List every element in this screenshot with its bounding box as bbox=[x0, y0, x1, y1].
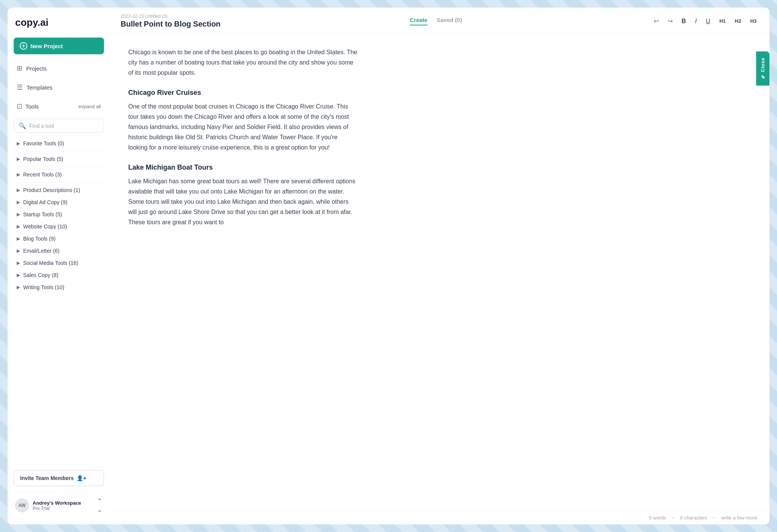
plus-icon: + bbox=[20, 42, 27, 50]
chevron-icon: ▶ bbox=[17, 187, 20, 193]
favorite-tools-label: Favorite Tools (0) bbox=[23, 140, 64, 146]
write-hint: write a few more bbox=[720, 515, 759, 521]
invite-icon: 👤+ bbox=[77, 475, 86, 481]
chevron-icon: ▶ bbox=[17, 141, 20, 146]
startup-tools-item[interactable]: ▶ Startup Tools (5) bbox=[14, 208, 104, 220]
topbar-tabs: Create Saved (0) bbox=[410, 17, 462, 25]
favorite-tools-group: ▶ Favorite Tools (0) bbox=[14, 137, 104, 151]
sales-copy-label: Sales Copy (8) bbox=[23, 272, 58, 278]
social-media-tools-label: Social Media Tools (16) bbox=[23, 260, 78, 266]
popular-tools-group: ▶ Popular Tools (5) bbox=[14, 153, 104, 167]
invite-label: Invite Team Members bbox=[20, 475, 74, 481]
search-icon: 🔍 bbox=[19, 122, 26, 129]
digital-ad-copy-item[interactable]: ▶ Digital Ad Copy (9) bbox=[14, 196, 104, 208]
new-project-button[interactable]: + New Project bbox=[14, 38, 104, 54]
chevron-icon: ▶ bbox=[17, 172, 20, 177]
product-descriptions-label: Product Descriptions (1) bbox=[23, 187, 80, 193]
divider-1: • bbox=[671, 515, 676, 521]
chevron-icon: ▶ bbox=[17, 285, 20, 290]
paragraph-3: Lake Michigan has some great boat tours … bbox=[128, 176, 357, 228]
italic-button[interactable]: I bbox=[693, 16, 699, 26]
tools-icon: ⊡ bbox=[17, 102, 22, 110]
underline-button[interactable]: U bbox=[704, 16, 713, 26]
tool-search-box: 🔍 bbox=[14, 119, 104, 133]
workspace-text: Andrey's Workspace Pro Trial bbox=[33, 500, 81, 511]
social-media-tools-item[interactable]: ▶ Social Media Tools (16) bbox=[14, 257, 104, 269]
expand-all-button[interactable]: expand all bbox=[79, 104, 101, 109]
close-panel-button[interactable]: ✎ Close bbox=[756, 52, 769, 86]
paragraph-1: Chicago is known to be one of the best p… bbox=[128, 47, 357, 78]
chevron-icon: ▶ bbox=[17, 200, 20, 205]
doc-title: Bullet Point to Blog Section bbox=[121, 20, 220, 28]
chevron-icon: ▶ bbox=[17, 156, 20, 162]
tools-scroll-area: ▶ Favorite Tools (0) ▶ Popular Tools (5)… bbox=[14, 137, 104, 464]
divider-2: • bbox=[712, 515, 717, 521]
chevron-icon: ▶ bbox=[17, 212, 20, 217]
favorite-tools-item[interactable]: ▶ Favorite Tools (0) bbox=[14, 137, 104, 150]
char-count: 0 characters bbox=[679, 515, 709, 521]
h3-button[interactable]: H3 bbox=[748, 17, 759, 25]
email-letter-label: Email/Letter (6) bbox=[23, 248, 60, 254]
workspace-footer: AW Andrey's Workspace Pro Trial ⌃⌄ bbox=[14, 492, 104, 515]
sidebar-item-projects[interactable]: ⊞ Projects bbox=[14, 60, 104, 76]
website-copy-item[interactable]: ▶ Website Copy (10) bbox=[14, 220, 104, 233]
workspace-info: AW Andrey's Workspace Pro Trial bbox=[15, 499, 81, 512]
avatar: AW bbox=[15, 499, 29, 512]
chevron-icon: ▶ bbox=[17, 272, 20, 278]
recent-tools-item[interactable]: ▶ Recent Tools (3) bbox=[14, 168, 104, 181]
close-panel-label: ✎ Close bbox=[760, 58, 766, 80]
popular-tools-label: Popular Tools (5) bbox=[23, 156, 63, 162]
sales-copy-item[interactable]: ▶ Sales Copy (8) bbox=[14, 269, 104, 281]
logo: copy.ai bbox=[14, 17, 104, 28]
redo-button[interactable]: ↪ bbox=[665, 16, 675, 26]
workspace-name: Andrey's Workspace bbox=[33, 500, 81, 506]
chevron-icon: ▶ bbox=[17, 248, 20, 253]
startup-tools-label: Startup Tools (5) bbox=[23, 211, 62, 217]
chevron-icon: ▶ bbox=[17, 224, 20, 229]
website-copy-label: Website Copy (10) bbox=[23, 224, 67, 230]
undo-button[interactable]: ↩ bbox=[651, 16, 661, 26]
main-content: 2022-12-15 Untitled (3) Bullet Point to … bbox=[110, 8, 769, 524]
writing-tools-label: Writing Tools (10) bbox=[23, 284, 64, 290]
heading-1: Chicago River Cruises bbox=[128, 89, 357, 97]
paragraph-2: One of the most popular boat cruises in … bbox=[128, 101, 357, 153]
tab-saved[interactable]: Saved (0) bbox=[437, 17, 462, 25]
chevron-icon: ▶ bbox=[17, 260, 20, 266]
h2-button[interactable]: H2 bbox=[733, 17, 744, 25]
doc-info: 2022-12-15 Untitled (3) Bullet Point to … bbox=[121, 14, 220, 28]
topbar-toolbar: ↩ ↪ B I U H1 H2 H3 bbox=[651, 16, 759, 26]
recent-tools-group: ▶ Recent Tools (3) bbox=[14, 168, 104, 183]
sidebar: copy.ai + New Project ⊞ Projects ☰ Templ… bbox=[8, 8, 110, 524]
heading-2: Lake Michigan Boat Tours bbox=[128, 164, 357, 172]
h1-button[interactable]: H1 bbox=[717, 17, 728, 25]
chevron-icon: ▶ bbox=[17, 236, 20, 241]
tools-label: Tools bbox=[25, 103, 39, 110]
projects-icon: ⊞ bbox=[17, 64, 22, 72]
new-project-label: New Project bbox=[30, 43, 63, 49]
editor-area: Chicago is known to be one of the best p… bbox=[110, 33, 769, 511]
email-letter-item[interactable]: ▶ Email/Letter (6) bbox=[14, 245, 104, 257]
invite-team-members-button[interactable]: Invite Team Members 👤+ bbox=[14, 470, 104, 486]
status-bar: 0 words • 0 characters • write a few mor… bbox=[110, 511, 769, 524]
writing-tools-item[interactable]: ▶ Writing Tools (10) bbox=[14, 281, 104, 293]
digital-ad-copy-label: Digital Ad Copy (9) bbox=[23, 199, 68, 205]
tab-create[interactable]: Create bbox=[410, 17, 428, 25]
word-count: 0 words bbox=[647, 515, 668, 521]
templates-icon: ☰ bbox=[17, 83, 23, 91]
blog-tools-item[interactable]: ▶ Blog Tools (9) bbox=[14, 233, 104, 245]
recent-tools-label: Recent Tools (3) bbox=[23, 172, 62, 178]
templates-label: Templates bbox=[27, 84, 52, 91]
topbar: 2022-12-15 Untitled (3) Bullet Point to … bbox=[110, 8, 769, 33]
blog-tools-label: Blog Tools (9) bbox=[23, 236, 55, 242]
bold-button[interactable]: B bbox=[679, 16, 689, 26]
tools-header: ⊡ Tools expand all bbox=[14, 98, 104, 114]
product-descriptions-item[interactable]: ▶ Product Descriptions (1) bbox=[14, 184, 104, 196]
workspace-plan: Pro Trial bbox=[33, 506, 81, 511]
sidebar-item-templates[interactable]: ☰ Templates bbox=[14, 79, 104, 95]
doc-date: 2022-12-15 Untitled (3) bbox=[121, 14, 220, 19]
workspace-chevron-icon[interactable]: ⌃⌄ bbox=[97, 497, 102, 514]
search-input[interactable] bbox=[29, 123, 99, 129]
projects-label: Projects bbox=[26, 65, 47, 72]
popular-tools-item[interactable]: ▶ Popular Tools (5) bbox=[14, 153, 104, 165]
editor-content[interactable]: Chicago is known to be one of the best p… bbox=[110, 33, 376, 511]
